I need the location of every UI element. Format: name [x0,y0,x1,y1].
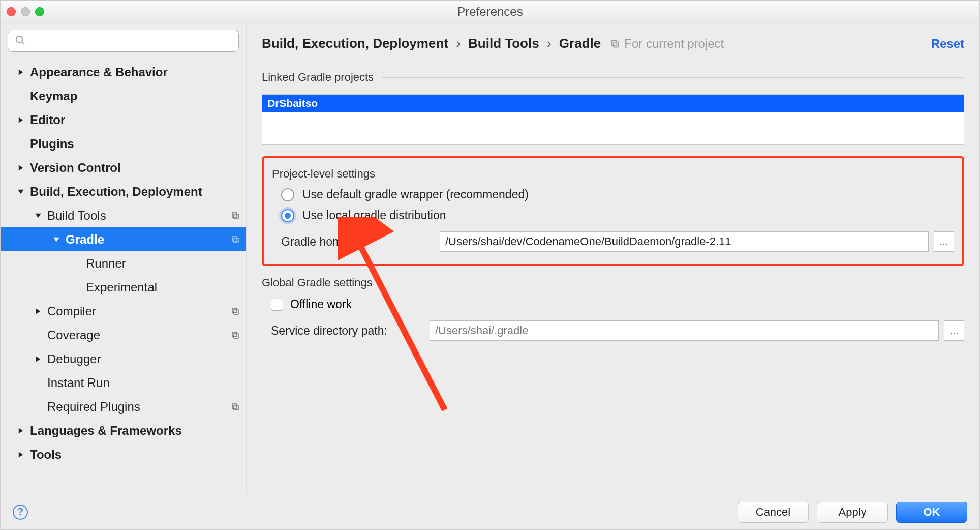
svg-rect-5 [232,237,237,241]
browse-button[interactable]: … [944,320,964,341]
tree-item-label: Plugins [30,137,74,151]
tree-item[interactable]: Build Tools [1,203,246,227]
tree-item[interactable]: Appearance & Behavior [1,60,246,84]
search-input[interactable] [8,30,239,52]
content: Linked Gradle projects DrSbaitso Project… [247,55,979,494]
project-level-highlight: Project-level settings Use default gradl… [262,156,964,266]
svg-point-0 [16,36,23,43]
chevron-right-icon[interactable] [16,450,26,460]
svg-rect-3 [232,213,237,217]
linked-projects-section: Linked Gradle projects DrSbaitso [262,71,964,145]
tree-item-label: Runner [86,256,126,271]
checkbox-label: Offline work [290,298,352,311]
breadcrumb-seg[interactable]: Build, Execution, Deployment [262,36,448,51]
offline-work-check[interactable]: Offline work [271,298,964,311]
section-title: Global Gradle settings [262,276,964,289]
chevron-down-icon[interactable] [33,211,43,221]
svg-rect-13 [612,40,617,45]
settings-tree: Appearance & BehaviorKeymapEditorPlugins… [1,57,246,494]
service-dir-input[interactable] [430,320,939,341]
chevron-right-icon[interactable] [16,163,26,173]
body: Appearance & BehaviorKeymapEditorPlugins… [1,23,979,494]
window-title: Preferences [1,5,979,19]
breadcrumb-seg[interactable]: Gradle [559,36,601,51]
chevron-right-icon[interactable] [33,306,43,316]
copy-icon [230,306,241,317]
tree-item-label: Build Tools [47,209,106,223]
gradle-home-row: Gradle home: … [272,231,954,252]
chevron-right-icon[interactable] [33,354,43,364]
chevron-right-icon[interactable] [16,115,26,125]
svg-rect-10 [234,405,238,410]
cancel-button[interactable]: Cancel [738,502,809,523]
section-title: Linked Gradle projects [262,71,964,84]
tree-item-label: Version Control [30,161,121,175]
radio-local-distribution[interactable]: Use local gradle distribution [281,209,954,222]
checkbox-icon[interactable] [271,299,283,311]
svg-rect-4 [234,238,238,243]
titlebar: Preferences [1,1,979,23]
tree-item[interactable]: Experimental [1,275,246,299]
tree-item[interactable]: Runner [1,251,246,275]
section-title: Project-level settings [272,167,954,181]
header: Build, Execution, Deployment › Build Too… [247,23,979,55]
tree-item[interactable]: Instant Run [1,371,246,395]
gradle-home-input[interactable] [440,231,929,252]
breadcrumb: Build, Execution, Deployment › Build Too… [262,36,601,51]
linked-projects-list[interactable]: DrSbaitso [262,94,964,145]
tree-item[interactable]: Debugger [1,347,246,371]
chevron-right-icon[interactable] [16,426,26,436]
tree-item[interactable]: Keymap [1,84,246,108]
main-panel: Build, Execution, Deployment › Build Too… [247,23,979,494]
tree-item[interactable]: Compiler [1,299,246,323]
preferences-window: Preferences Appearance & BehaviorKeymapE… [0,0,980,530]
tree-item[interactable]: Build, Execution, Deployment [1,180,246,203]
tree-item[interactable]: Tools [1,443,246,466]
tree-item[interactable]: Editor [1,108,246,132]
tree-item[interactable]: Plugins [1,132,246,156]
reset-link[interactable]: Reset [931,37,964,51]
sidebar: Appearance & BehaviorKeymapEditorPlugins… [1,23,247,494]
svg-rect-8 [234,334,238,338]
list-item[interactable]: DrSbaitso [262,95,964,112]
copy-icon [230,401,241,413]
tree-item-label: Languages & Frameworks [30,424,182,438]
radio-label: Use local gradle distribution [302,209,446,222]
ok-button[interactable]: OK [896,502,967,523]
svg-rect-2 [234,214,238,219]
svg-rect-7 [232,308,237,313]
chevron-right-icon[interactable] [16,67,26,77]
tree-item-label: Required Plugins [47,400,140,414]
tree-item[interactable]: Required Plugins [1,395,246,419]
radio-icon[interactable] [281,209,294,222]
svg-line-1 [22,42,25,45]
gradle-home-label: Gradle home: [272,235,440,249]
tree-item-label: Debugger [47,352,101,366]
radio-label: Use default gradle wrapper (recommended) [302,188,529,201]
tree-item-label: Instant Run [47,376,110,390]
search-wrap [1,30,246,57]
radio-default-wrapper[interactable]: Use default gradle wrapper (recommended) [281,188,954,201]
chevron-down-icon[interactable] [51,234,62,245]
apply-button[interactable]: Apply [817,502,888,523]
tree-item[interactable]: Coverage [1,323,246,347]
tree-item-label: Build, Execution, Deployment [30,185,202,199]
copy-icon [610,39,620,49]
scope-label: For current project [610,37,724,51]
svg-rect-11 [232,404,237,408]
tree-item[interactable]: Languages & Frameworks [1,419,246,443]
chevron-down-icon[interactable] [16,187,26,197]
tree-item-label: Editor [30,113,65,127]
tree-item-label: Coverage [47,328,100,342]
breadcrumb-seg[interactable]: Build Tools [468,36,539,51]
radio-icon[interactable] [281,188,294,201]
browse-button[interactable]: … [934,231,954,252]
help-button[interactable]: ? [13,505,28,520]
chevron-right-icon: › [543,36,556,51]
service-dir-label: Service directory path: [262,324,430,338]
tree-item[interactable]: Gradle [1,227,246,251]
footer: ? Cancel Apply OK [1,494,979,529]
tree-item[interactable]: Version Control [1,156,246,180]
copy-icon [230,210,241,221]
tree-item-label: Experimental [86,280,157,295]
